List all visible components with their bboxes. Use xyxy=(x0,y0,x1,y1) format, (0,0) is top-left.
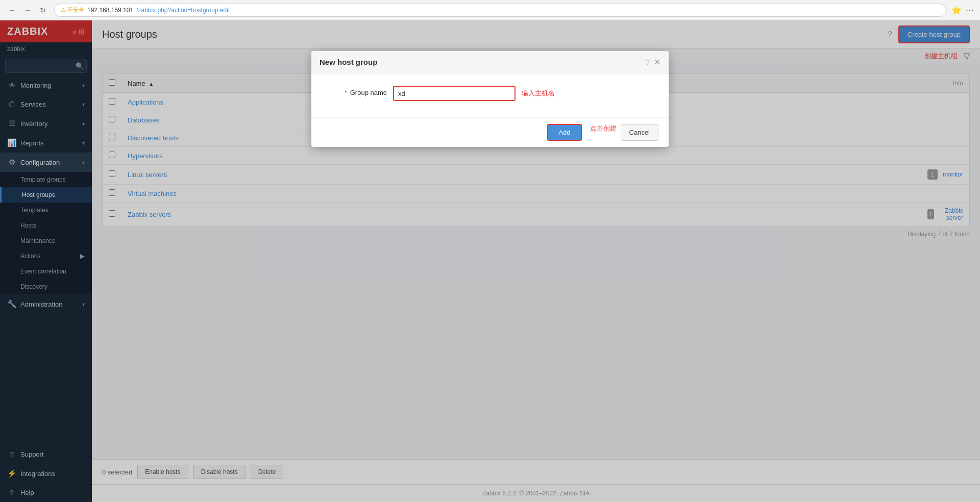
security-warning: ⚠ 不安全 xyxy=(61,6,84,14)
modal-footer: Add 点击创建 Cancel xyxy=(311,117,669,147)
modal-overlay[interactable]: New host group ? ✕ * Group name 输入主机名 xyxy=(0,20,980,502)
group-name-label-text: Group name xyxy=(350,89,387,96)
group-name-label: * Group name xyxy=(322,86,393,96)
group-name-field: 输入主机名 xyxy=(393,86,658,101)
refresh-button[interactable]: ↻ xyxy=(37,4,49,16)
annotation-input-hint: 输入主机名 xyxy=(522,89,555,98)
group-name-input[interactable] xyxy=(393,86,516,101)
cancel-button[interactable]: Cancel xyxy=(621,124,658,141)
form-row-group-name: * Group name 输入主机名 xyxy=(322,86,658,101)
modal-close-button[interactable]: ✕ xyxy=(654,57,660,67)
url-host: 192.168.159.101 xyxy=(87,7,133,14)
forward-button[interactable]: → xyxy=(21,4,34,16)
browser-bar: ← → ↻ ⚠ 不安全 192.168.159.101 /zabbix.php?… xyxy=(0,0,980,20)
new-host-group-modal: New host group ? ✕ * Group name 输入主机名 xyxy=(311,51,669,147)
modal-header: New host group ? ✕ xyxy=(311,51,669,73)
browser-action-2[interactable]: ⋯ xyxy=(966,5,974,15)
browser-action-1[interactable]: ⭐ xyxy=(951,5,962,15)
url-bar[interactable]: ⚠ 不安全 192.168.159.101 /zabbix.php?action… xyxy=(54,4,946,17)
modal-title: New host group xyxy=(320,58,377,66)
back-button[interactable]: ← xyxy=(6,4,18,16)
modal-help-icon[interactable]: ? xyxy=(646,58,650,66)
modal-actions: ? ✕ xyxy=(646,57,660,67)
browser-actions: ⭐ ⋯ xyxy=(951,5,974,15)
url-path: /zabbix.php?action=hostgroup.edit xyxy=(136,7,230,14)
required-marker: * xyxy=(345,89,347,96)
modal-body: * Group name 输入主机名 xyxy=(311,73,669,117)
annotation-create-modal: 点击创建 xyxy=(590,124,617,141)
add-button[interactable]: Add xyxy=(547,124,581,141)
